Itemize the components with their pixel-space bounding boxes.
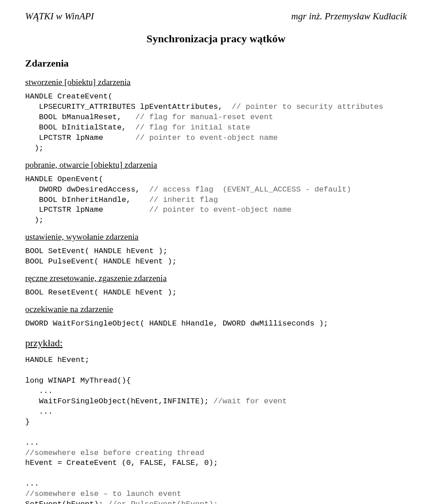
code-create-event: HANDLE CreateEvent( LPSECURITY_ATTRIBUTE… [25, 92, 407, 154]
page: WĄTKI w WinAPI mgr inż. Przemysław Kudła… [0, 0, 432, 504]
code-wait: DWORD WaitForSingleObject( HANDLE hHandl… [25, 319, 407, 329]
center-title: Synchronizacja pracy wątków [25, 33, 407, 45]
code-reset-event: BOOL ResetEvent( HANDLE hEvent ); [25, 288, 407, 298]
subheading-set: ustawienie, wywołanie zdarzenia [25, 232, 407, 242]
subheading-open: pobranie, otwarcie [obiektu] zdarzenia [25, 160, 407, 170]
example-heading: przykład: [25, 337, 407, 349]
section-title: Zdarzenia [25, 58, 407, 69]
code-example: HANDLE hEvent; long WINAPI MyThread(){ .… [25, 355, 407, 504]
subheading-create: stworzenie [obiektu] zdarzenia [25, 77, 407, 87]
subheading-wait: oczekiwanie na zdarzenie [25, 304, 407, 314]
code-set-event: BOOL SetEvent( HANDLE hEvent ); BOOL Pul… [25, 246, 407, 267]
subheading-reset: ręczne zresetowanie, zgaszenie zdarzenia [25, 273, 407, 283]
header-right: mgr inż. Przemysław Kudłacik [291, 11, 407, 22]
code-open-event: HANDLE OpenEvent( DWORD dwDesiredAccess,… [25, 174, 407, 226]
header-left: WĄTKI w WinAPI [25, 11, 94, 22]
page-header: WĄTKI w WinAPI mgr inż. Przemysław Kudła… [25, 11, 407, 22]
